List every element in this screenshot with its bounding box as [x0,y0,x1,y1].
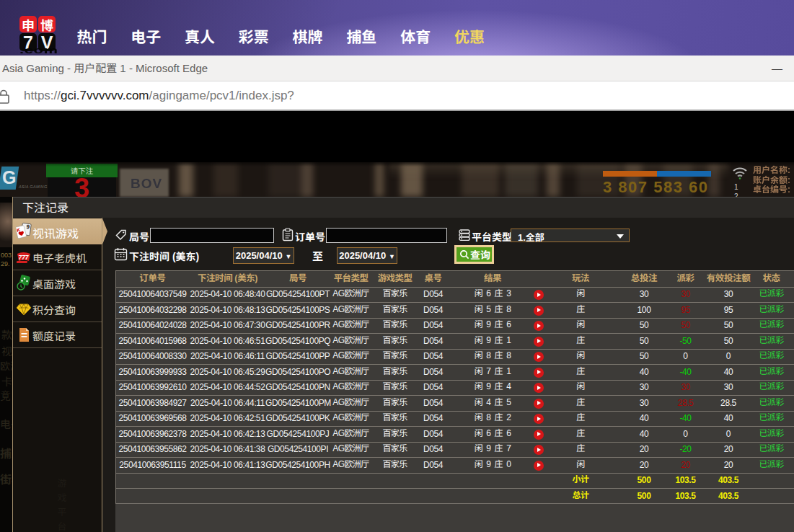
svg-text:777: 777 [18,252,29,261]
